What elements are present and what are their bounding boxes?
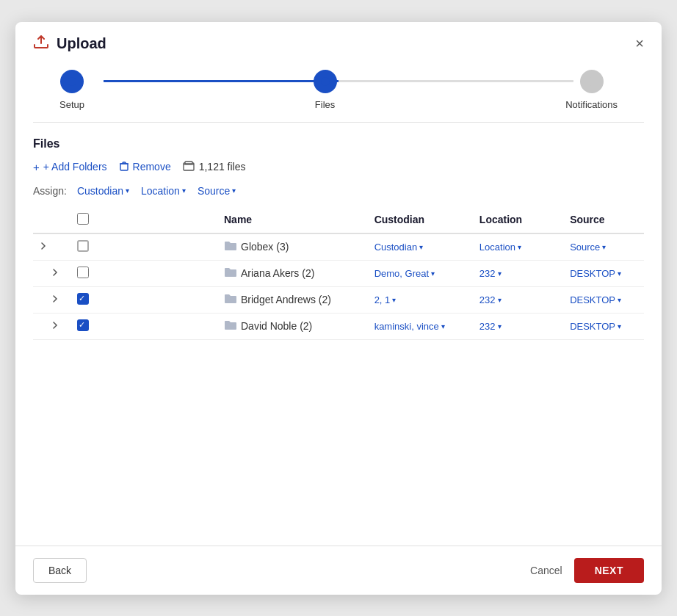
- david-name: David Noble (2): [241, 320, 312, 332]
- checkbox-cell-david: [70, 313, 217, 339]
- table-header-row: Name Custodian Location Source: [33, 207, 644, 233]
- ariana-checkbox[interactable]: [77, 267, 89, 278]
- david-location-dropdown[interactable]: 232 ▾: [479, 321, 502, 332]
- custodian-cell-bridget: 2, 1 ▾: [367, 286, 472, 313]
- assign-source-caret: ▾: [232, 186, 236, 195]
- ariana-source-dropdown[interactable]: DESKTOP ▾: [570, 268, 621, 279]
- expand-cell-globex: [33, 233, 70, 261]
- david-source-dropdown[interactable]: DESKTOP ▾: [570, 321, 621, 332]
- svg-rect-3: [120, 164, 128, 170]
- location-cell-bridget: 232 ▾: [472, 286, 562, 313]
- bridget-custodian-dropdown[interactable]: 2, 1 ▾: [374, 294, 397, 305]
- globex-source-caret: ▾: [602, 243, 606, 251]
- step-circle-files: [314, 70, 337, 93]
- david-checkbox[interactable]: [77, 319, 89, 331]
- globex-checkbox[interactable]: [77, 240, 89, 252]
- david-custodian-dropdown[interactable]: kaminski, vince ▾: [374, 321, 445, 332]
- modal-title: Upload: [33, 35, 106, 52]
- david-source-caret: ▾: [618, 322, 621, 330]
- assign-custodian-dropdown[interactable]: Custodian ▾: [73, 184, 134, 198]
- remove-icon: [119, 161, 129, 173]
- step-label-notifications: Notifications: [565, 99, 618, 110]
- globex-source-label: Source: [570, 242, 600, 253]
- step-notifications: Notifications: [565, 70, 618, 110]
- folder-icon-ariana: [224, 267, 237, 280]
- cancel-button[interactable]: Cancel: [530, 565, 562, 576]
- david-custodian-label: kaminski, vince: [374, 321, 439, 332]
- ariana-custodian-dropdown[interactable]: Demo, Great ▾: [374, 268, 435, 279]
- select-all-checkbox[interactable]: [77, 213, 89, 225]
- remove-button[interactable]: Remove: [119, 159, 171, 175]
- close-button[interactable]: ×: [635, 36, 644, 51]
- expand-button-globex[interactable]: [36, 240, 51, 254]
- bridget-location-caret: ▾: [498, 296, 502, 304]
- add-folders-icon: +: [33, 161, 40, 173]
- assign-custodian-caret: ▾: [126, 186, 129, 195]
- location-cell-ariana: 232 ▾: [472, 260, 562, 286]
- add-folders-label: + Add Folders: [43, 161, 107, 173]
- name-cell-ariana: Ariana Akers (2): [217, 260, 367, 286]
- table-row-david: David Noble (2) kaminski, vince ▾ 232 ▾: [33, 313, 644, 339]
- folder-icon-david: [224, 319, 237, 333]
- ariana-name: Ariana Akers (2): [241, 267, 314, 279]
- ariana-location-caret: ▾: [498, 269, 502, 278]
- stepper: Setup Files Notifications: [15, 52, 662, 122]
- bridget-source-dropdown[interactable]: DESKTOP ▾: [570, 294, 621, 305]
- upload-icon: [33, 35, 49, 52]
- globex-custodian-dropdown[interactable]: Custodian ▾: [374, 242, 424, 253]
- table-row-bridget: Bridget Andrews (2) 2, 1 ▾ 232 ▾: [33, 286, 644, 313]
- name-cell-david: David Noble (2): [217, 313, 367, 339]
- modal-footer: Back Cancel NEXT: [15, 546, 662, 595]
- name-cell-globex: Globex (3): [217, 233, 367, 261]
- globex-source-dropdown[interactable]: Source ▾: [570, 242, 606, 253]
- david-location-label: 232: [479, 321, 496, 332]
- svg-point-1: [321, 77, 330, 86]
- ariana-source-caret: ▾: [618, 269, 621, 278]
- modal-body: Files + + Add Folders Remove 1,121 files: [15, 123, 662, 546]
- checkbox-cell-bridget: [70, 286, 217, 313]
- assign-location-caret: ▾: [182, 186, 186, 195]
- stepper-steps: Setup Files Notifications: [59, 70, 618, 110]
- step-files: Files: [314, 70, 337, 110]
- back-button[interactable]: Back: [33, 558, 87, 583]
- add-folders-button[interactable]: + + Add Folders: [33, 159, 107, 175]
- bridget-checkbox[interactable]: [77, 293, 89, 305]
- files-section-title: Files: [33, 137, 644, 151]
- expand-cell-bridget: [33, 286, 70, 313]
- assign-custodian-label: Custodian: [77, 185, 123, 197]
- table-row-globex: Globex (3) Custodian ▾ Location ▾: [33, 233, 644, 261]
- custodian-cell-ariana: Demo, Great ▾: [367, 260, 472, 286]
- modal-header: Upload ×: [15, 22, 662, 52]
- folder-icon-bridget: [224, 293, 237, 306]
- assign-location-label: Location: [141, 185, 180, 197]
- th-custodian: Custodian: [367, 207, 472, 233]
- expand-button-ariana[interactable]: [48, 267, 62, 280]
- david-source-label: DESKTOP: [570, 321, 615, 332]
- expand-cell-david: [33, 313, 70, 339]
- step-label-setup: Setup: [59, 99, 84, 110]
- table-row-ariana: Ariana Akers (2) Demo, Great ▾ 232 ▾: [33, 260, 644, 286]
- files-count-text: 1,121 files: [199, 161, 246, 173]
- bridget-location-dropdown[interactable]: 232 ▾: [479, 294, 502, 305]
- checkbox-cell-globex: [70, 233, 217, 261]
- bridget-source-caret: ▾: [618, 296, 621, 304]
- location-cell-david: 232 ▾: [472, 313, 562, 339]
- checkbox-cell-ariana: [70, 260, 217, 286]
- custodian-cell-globex: Custodian ▾: [367, 233, 472, 261]
- step-label-files: Files: [315, 99, 335, 110]
- ariana-location-dropdown[interactable]: 232 ▾: [479, 268, 502, 279]
- expand-cell-ariana: [33, 260, 70, 286]
- david-custodian-caret: ▾: [441, 322, 445, 330]
- globex-location-dropdown[interactable]: Location ▾: [479, 242, 521, 253]
- assign-location-dropdown[interactable]: Location ▾: [137, 184, 190, 198]
- expand-button-bridget[interactable]: [48, 293, 62, 307]
- th-expand: [33, 207, 70, 233]
- next-button[interactable]: NEXT: [574, 558, 644, 583]
- files-icon: [183, 161, 195, 173]
- file-table: Name Custodian Location Source: [33, 207, 644, 340]
- source-cell-bridget: DESKTOP ▾: [562, 286, 644, 313]
- step-circle-setup: [60, 70, 84, 93]
- assign-source-dropdown[interactable]: Source ▾: [193, 184, 240, 198]
- files-count: 1,121 files: [183, 161, 246, 173]
- expand-button-david[interactable]: [48, 319, 62, 333]
